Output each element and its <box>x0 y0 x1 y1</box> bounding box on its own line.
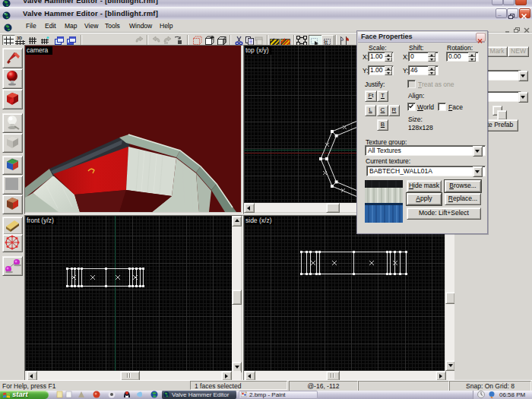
svg-text:3D: 3D <box>17 36 22 40</box>
svg-text:tt: tt <box>325 40 328 45</box>
